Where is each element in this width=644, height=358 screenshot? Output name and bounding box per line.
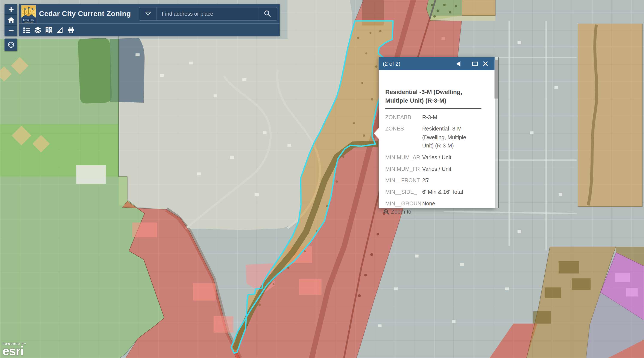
previous-arrow-icon <box>456 61 460 66</box>
search-icon <box>264 10 271 18</box>
app-header: Cedar City Festival City USA Cedar City … <box>19 4 280 36</box>
attr-label: MIN__GROUN <box>385 200 422 208</box>
attribute-row: MIN__SIDE_ 6' Min & 16' Total <box>385 188 489 196</box>
attr-value: Varies / Unit <box>422 165 489 174</box>
feature-popup: (2 of 2) Residential -3-M (D <box>379 57 495 208</box>
map-attribution: POWERED BY esri <box>2 342 26 356</box>
attr-label: ZONEABB <box>385 113 422 122</box>
popup-body: Residential -3-M (Dwelling, Multiple Uni… <box>379 70 495 208</box>
attr-value: Residential -3-M (Dwelling, Multiple Uni… <box>422 125 489 150</box>
zoom-to-link[interactable]: Zoom to <box>384 208 411 215</box>
attr-value: R-3-M <box>422 113 489 122</box>
attr-value: Varies / Unit <box>422 154 489 162</box>
search-input[interactable] <box>157 7 258 20</box>
legend-icon <box>23 26 30 33</box>
attr-value: 25' <box>422 177 489 185</box>
zoom-control <box>4 4 17 36</box>
close-icon <box>483 61 488 66</box>
zoom-to-label: Zoom to <box>391 208 411 215</box>
popup-divider <box>385 108 482 109</box>
esri-logo[interactable]: esri <box>2 346 26 356</box>
attribute-row: MINIMUM_AR Varies / Unit <box>385 154 489 162</box>
popup-pager: (2 of 2) <box>383 60 400 67</box>
header-top-row: Cedar City Festival City USA Cedar City … <box>19 4 280 24</box>
app-window: Cedar City Festival City USA Cedar City … <box>0 0 644 358</box>
attr-label: MIN__SIDE_ <box>385 188 422 196</box>
attr-value: None <box>422 200 489 208</box>
pale-field-strip <box>430 16 495 20</box>
previous-feature-button[interactable] <box>453 58 464 69</box>
attribute-row: ZONEABB R-3-M <box>385 113 489 122</box>
attr-label: MIN__FRONT <box>385 177 422 185</box>
attr-label: MINIMUM_FR <box>385 165 422 174</box>
search-box <box>139 7 277 20</box>
measure-button[interactable] <box>54 25 66 36</box>
attribute-row: MIN__GROUN None <box>385 200 489 208</box>
plus-icon <box>8 6 14 12</box>
zoom-out-button[interactable] <box>4 25 17 36</box>
popup-header[interactable]: (2 of 2) <box>379 57 495 70</box>
layers-button[interactable] <box>32 25 43 36</box>
locate-icon <box>7 40 15 49</box>
legend-button[interactable] <box>21 25 32 36</box>
layers-icon <box>34 26 41 33</box>
attribute-row: MIN__FRONT 25' <box>385 177 489 185</box>
popup-pointer <box>374 128 379 139</box>
basemap-gallery-button[interactable] <box>43 25 54 36</box>
print-icon <box>68 26 74 33</box>
popup-scrollbar[interactable] <box>494 57 498 208</box>
popup-edge-shadow <box>498 57 499 208</box>
attr-label: MINIMUM_AR <box>385 154 422 162</box>
attr-label: ZONES <box>385 125 422 150</box>
cedar-city-logo: Cedar City Festival City USA <box>21 5 36 24</box>
search-button[interactable] <box>258 7 277 20</box>
popup-title-line1: Residential -3-M (Dwelling, <box>385 89 462 95</box>
zoom-in-button[interactable] <box>4 4 17 14</box>
print-button[interactable] <box>65 25 76 36</box>
home-icon <box>7 17 14 23</box>
home-button[interactable] <box>4 14 17 25</box>
search-source-dropdown[interactable] <box>139 7 157 20</box>
header-toolbar <box>19 24 280 36</box>
large-building <box>76 165 106 184</box>
close-button[interactable] <box>480 58 491 69</box>
attribute-row: ZONES Residential -3-M (Dwelling, Multip… <box>385 125 489 150</box>
basemap-gallery-icon <box>45 26 52 33</box>
maximize-button[interactable] <box>470 58 480 69</box>
measure-icon <box>56 26 63 33</box>
page-title: Cedar City Current Zoning <box>39 4 131 24</box>
logo-line2: Festival City USA <box>24 22 34 23</box>
logo-line1: Cedar City <box>23 19 34 22</box>
maximize-icon <box>472 62 478 66</box>
zoning-layer <box>0 0 644 358</box>
popup-title-line2: Multiple Unit) (R-3-M) <box>385 97 446 104</box>
zone-bottom-right <box>526 247 644 358</box>
locate-button[interactable] <box>4 39 17 51</box>
minus-icon <box>8 28 14 34</box>
zoom-to-icon <box>384 209 390 215</box>
popup-scrollbar-thumb[interactable] <box>494 60 498 98</box>
popup-title: Residential -3-M (Dwelling, Multiple Uni… <box>385 88 488 105</box>
attr-value: 6' Min & 16' Total <box>422 188 489 196</box>
attribute-row: MINIMUM_FR Varies / Unit <box>385 165 489 174</box>
map-canvas[interactable] <box>0 0 644 358</box>
chevron-down-icon <box>145 12 151 16</box>
